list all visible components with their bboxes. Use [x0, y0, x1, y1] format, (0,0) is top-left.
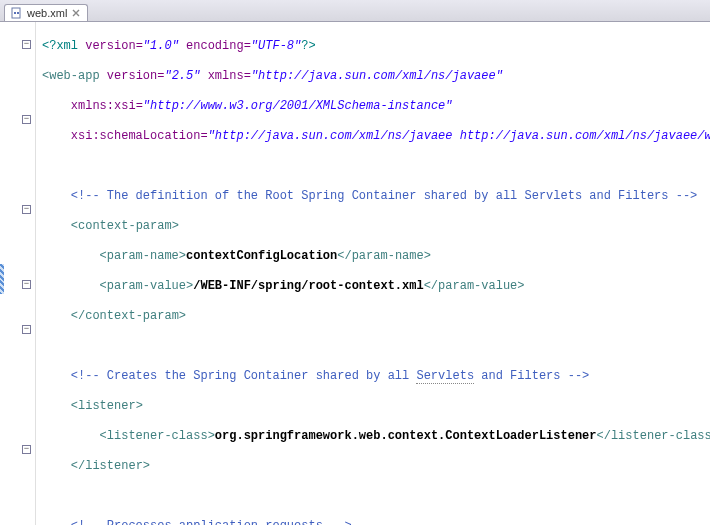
spellcheck-underline: Servlets — [416, 369, 474, 384]
close-icon[interactable] — [71, 8, 81, 18]
tab-label: web.xml — [27, 7, 67, 19]
fold-toggle[interactable]: − — [22, 445, 31, 454]
fold-toggle[interactable]: − — [22, 205, 31, 214]
change-marker — [0, 264, 4, 294]
gutter: − − − − − − — [0, 22, 36, 525]
tab-bar: web.xml — [0, 0, 710, 22]
fold-toggle[interactable]: − — [22, 115, 31, 124]
code-area[interactable]: <?xml version="1.0" encoding="UTF-8"?> <… — [36, 22, 710, 525]
fold-toggle[interactable]: − — [22, 325, 31, 334]
fold-toggle[interactable]: − — [22, 40, 31, 49]
editor: − − − − − − <?xml version="1.0" encodi — [0, 22, 710, 525]
fold-toggle[interactable]: − — [22, 280, 31, 289]
svg-rect-0 — [12, 8, 20, 18]
xml-file-icon — [11, 7, 23, 19]
editor-tab-webxml[interactable]: web.xml — [4, 4, 88, 21]
